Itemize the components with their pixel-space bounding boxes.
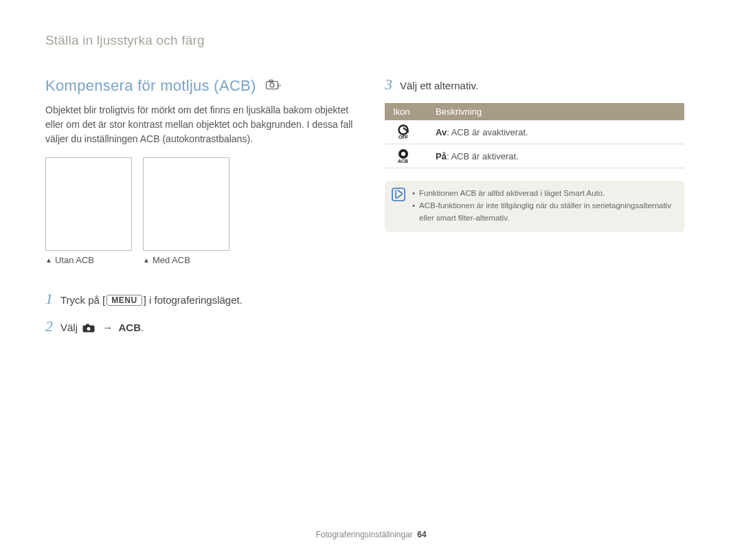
caption-without-text: Utan ACB (55, 255, 94, 265)
note-icon (392, 188, 405, 201)
off-icon: OFF (385, 124, 436, 139)
list-item: ACB-funktionen är inte tillgänglig när d… (412, 200, 675, 225)
step1-pre: Tryck på [ (60, 294, 105, 306)
svg-point-6 (87, 327, 91, 331)
svg-text:P: P (278, 84, 281, 88)
caption-with: ▲Med ACB (143, 255, 229, 265)
caption-without: ▲Utan ACB (45, 255, 132, 265)
svg-rect-5 (86, 324, 89, 326)
step-text: Välj → ACB. (60, 322, 144, 335)
page-number: 64 (417, 530, 426, 539)
menu-button-icon: MENU (106, 295, 142, 306)
caption-row: ▲Utan ACB ▲Med ACB (45, 255, 355, 265)
section-title-text: Kompensera för motljus (ACB) (45, 77, 256, 94)
right-column: 3 Välj ett alternativ. Ikon Beskrivning … (385, 76, 694, 345)
triangle-up-icon: ▲ (45, 256, 52, 264)
svg-text:ACB: ACB (398, 159, 408, 164)
photo-row (45, 157, 355, 251)
table-row: OFF Av: ACB är avaktiverat. (385, 120, 684, 144)
body-text: Objektet blir troligtvis för mörkt om de… (45, 103, 355, 146)
step-number: 3 (385, 76, 400, 93)
camera-icon (82, 323, 95, 335)
step1-post: ] i fotograferingsläget. (144, 294, 243, 306)
arrow-right-icon: → (102, 322, 113, 333)
triangle-up-icon: ▲ (143, 256, 150, 264)
footer-section: Fotograferingsinställningar (315, 530, 412, 539)
options-table: Ikon Beskrivning OFF Av: ACB är avaktive… (385, 103, 684, 168)
photo-without-acb (45, 157, 132, 251)
step2-suffix: . (141, 322, 144, 333)
camera-mode-icon: P (266, 76, 281, 93)
acb-icon: ACB (385, 148, 436, 164)
svg-text:OFF: OFF (398, 135, 409, 139)
step-number: 2 (45, 317, 60, 335)
table-row: ACB På: ACB är aktiverat. (385, 144, 684, 168)
row2-label: På (436, 151, 447, 161)
td-desc: Av: ACB är avaktiverat. (436, 127, 684, 137)
section-title: Kompensera för motljus (ACB) P (45, 76, 355, 95)
th-desc: Beskrivning (436, 107, 684, 117)
table-header: Ikon Beskrivning (385, 103, 684, 120)
step-number: 1 (45, 290, 60, 308)
step-3: 3 Välj ett alternativ. (385, 76, 694, 93)
list-item: Funktionen ACB är alltid aktiverad i läg… (412, 188, 675, 200)
svg-rect-0 (267, 82, 278, 89)
step-text: Tryck på [MENU] i fotograferingsläget. (60, 294, 243, 306)
step-1: 1 Tryck på [MENU] i fotograferingsläget. (45, 290, 355, 308)
step2-target: ACB (119, 322, 142, 333)
svg-rect-13 (392, 188, 405, 201)
page-header: Ställa in ljusstyrka och färg (45, 33, 702, 48)
note-list: Funktionen ACB är alltid aktiverad i läg… (412, 188, 675, 224)
step2-pre: Välj (60, 322, 78, 333)
photo-with-acb (143, 157, 229, 251)
note-box: Funktionen ACB är alltid aktiverad i läg… (385, 181, 684, 232)
left-column: Kompensera för motljus (ACB) P Objektet … (45, 76, 355, 345)
row1-text: : ACB är avaktiverat. (447, 127, 528, 137)
th-icon: Ikon (385, 107, 436, 117)
td-desc: På: ACB är aktiverat. (436, 151, 684, 161)
svg-point-11 (401, 152, 405, 156)
svg-point-2 (270, 83, 274, 87)
row2-text: : ACB är aktiverat. (447, 151, 519, 161)
step-2: 2 Välj → ACB. (45, 317, 355, 335)
row1-label: Av (436, 127, 447, 137)
step-text: Välj ett alternativ. (400, 80, 478, 91)
caption-with-text: Med ACB (153, 255, 190, 265)
footer: Fotograferingsinställningar 64 (0, 530, 742, 539)
